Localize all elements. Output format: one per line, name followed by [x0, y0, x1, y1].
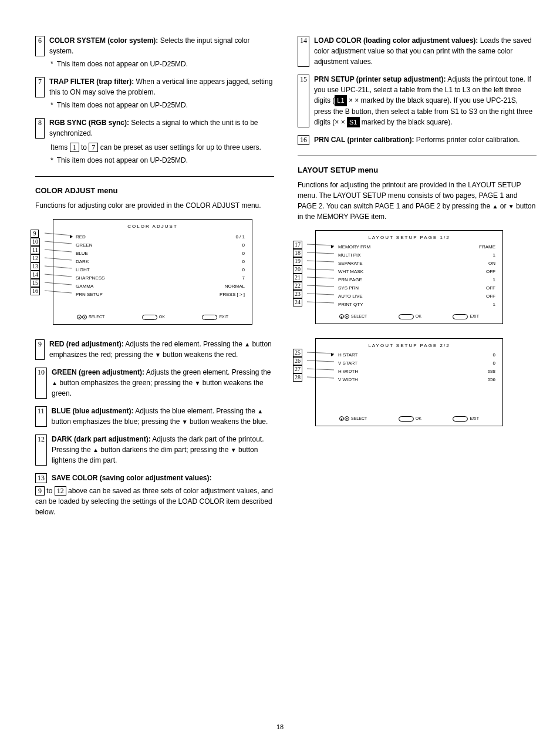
button-icon: [453, 416, 468, 422]
menu2-title: LAYOUT SETUP PAGE 1/2: [316, 234, 502, 241]
menu-cursor-icon: ▶: [331, 352, 334, 358]
menu1-callouts: 9 10 11 12 13 14 15 16: [31, 230, 40, 295]
numref-6: 6: [35, 36, 45, 56]
button-icon: [453, 314, 468, 319]
callout-16: 16: [31, 287, 40, 295]
callout-25: 25: [293, 349, 302, 357]
item-16-body: Performs printer color calibration.: [416, 136, 520, 144]
section-color-desc: Functions for adjusting color are provid…: [35, 200, 274, 211]
numref-11: 11: [35, 406, 47, 427]
selected-L1-icon: L1: [335, 95, 346, 106]
numref-14: 14: [298, 36, 309, 67]
menu3-callouts: 25 26 27 28: [293, 349, 302, 382]
numref-10: 10: [35, 368, 47, 399]
divider: [35, 176, 274, 177]
callout-28: 28: [293, 373, 302, 382]
numref-12: 12: [35, 434, 47, 466]
callout-17: 17: [293, 241, 302, 249]
updown-icon: ▲▼: [339, 314, 349, 319]
after-13-text: 9 to 12 above can be saved as three sets…: [35, 486, 274, 517]
numref-9: 9: [35, 339, 45, 360]
updown-icon: ▲▼: [339, 416, 349, 421]
item-14: 14 LOAD COLOR (loading color adjustment …: [298, 35, 537, 67]
item-11-title: BLUE (blue adjustment):: [52, 407, 134, 415]
button-icon: [399, 314, 414, 319]
menu1-title: COLOR ADJUST: [53, 223, 252, 230]
menu2-bottom: ▲▼SELECT OK EXIT: [339, 314, 479, 320]
callout-23: 23: [293, 290, 302, 298]
callout-24: 24: [293, 298, 302, 306]
section-color-title: COLOR ADJUST menu: [35, 185, 274, 197]
callout-14: 14: [31, 271, 40, 279]
divider: [298, 156, 537, 156]
callout-21: 21: [293, 274, 302, 282]
item-15-title: PRN SETUP (printer setup adjustment):: [314, 75, 446, 83]
B-button: B: [345, 107, 350, 116]
section-layout-title: LAYOUT SETUP menu: [298, 164, 537, 176]
numref-inline-12: 12: [55, 486, 66, 496]
down-triangle-icon: ▼: [194, 379, 200, 388]
note-asterisk-icon: *: [50, 100, 53, 110]
callout-12: 12: [31, 254, 40, 262]
item-13-title: SAVE COLOR (saving color adjustment valu…: [52, 474, 212, 482]
item-6-title: COLOR SYSTEM (color system):: [49, 36, 158, 45]
item-15: 15 PRN SETUP (printer setup adjustment):…: [298, 74, 537, 127]
item-7: 7 TRAP FILTER (trap filter): When a vert…: [35, 76, 274, 97]
item-7-note: * This item does not appear on UP-D25MD.: [50, 100, 274, 110]
button-icon: [399, 416, 414, 422]
menu-coloradjust-figure: 9 10 11 12 13 14 15 16: [53, 219, 274, 325]
item-8: 8 RGB SYNC (RGB sync): Selects a signal …: [35, 117, 274, 139]
menu1-box: COLOR ADJUST ▶ RED0 / 1 GREEN0 BLUE0 DAR…: [53, 219, 252, 325]
down-triangle-icon: ▼: [231, 446, 237, 454]
item-14-title: LOAD COLOR (loading color adjustment val…: [314, 36, 478, 45]
menu-layout-page1-figure: 17 18 19 20 21 22 23 24: [315, 230, 537, 324]
menu3-bottom: ▲▼SELECT OK EXIT: [339, 416, 479, 422]
numref-inline-9: 9: [35, 486, 45, 496]
item-9: 9 RED (red adjustment): Adjusts the red …: [35, 339, 274, 360]
item-9-title: RED (red adjustment):: [49, 340, 124, 348]
updown-icon: ▲▼: [77, 315, 87, 319]
menu-layout-page2-figure: 25 26 27 28 LAYOUT SETUP PAGE 2/2 ▶ H ST…: [315, 338, 537, 426]
down-triangle-icon: ▼: [508, 202, 514, 211]
item-12: 12 DARK (dark part adjustment): Adjusts …: [35, 434, 274, 466]
callout-9: 9: [31, 230, 39, 238]
item-12-title: DARK (dark part adjustment):: [52, 435, 151, 443]
item-10-title: GREEN (green adjustment):: [52, 368, 144, 376]
callout-26: 26: [293, 357, 302, 365]
down-triangle-icon: ▼: [182, 417, 188, 426]
up-triangle-icon: ▲: [93, 446, 99, 454]
up-triangle-icon: ▲: [244, 340, 250, 349]
up-triangle-icon: ▲: [257, 407, 263, 416]
right-column: 14 LOAD COLOR (loading color adjustment …: [298, 35, 537, 517]
callout-15: 15: [31, 279, 40, 287]
item-8-title: RGB SYNC (RGB sync):: [49, 119, 129, 127]
item-16: 16 PRN CAL (printer calibration): Perfor…: [298, 134, 537, 145]
item-11: 11 BLUE (blue adjustment): Adjusts the b…: [35, 406, 274, 427]
button-icon: [142, 315, 157, 320]
numref-16: 16: [298, 135, 309, 145]
callout-11: 11: [31, 246, 40, 254]
item-13: 13 SAVE COLOR (saving color adjustment v…: [35, 473, 274, 483]
item-16-title: PRN CAL (printer calibration):: [314, 136, 414, 144]
menu2-box: LAYOUT SETUP PAGE 1/2 ▶ MEMORY FRMFRAME …: [315, 230, 503, 324]
down-triangle-icon: ▼: [155, 351, 161, 359]
menu3-title: LAYOUT SETUP PAGE 2/2: [316, 342, 502, 349]
callout-10: 10: [31, 238, 40, 246]
item-10: 10 GREEN (green adjustment): Adjusts the…: [35, 367, 274, 399]
item-7-title: TRAP FILTER (trap filter):: [49, 78, 134, 86]
up-triangle-icon: ▲: [52, 379, 58, 388]
menu-cursor-icon: ▶: [331, 244, 334, 250]
menu3-box: LAYOUT SETUP PAGE 2/2 ▶ H START0 V START…: [315, 338, 503, 426]
selected-S1-icon: S1: [347, 117, 359, 128]
item-6: 6 COLOR SYSTEM (color system): Selects t…: [35, 35, 274, 56]
menu1-bottom: ▲▼SELECT OK EXIT: [77, 314, 228, 321]
menu-cursor-icon: ▶: [70, 234, 73, 240]
numref-7: 7: [35, 77, 45, 97]
after-8-note: * This item does not appear on UP-D25MD.: [50, 155, 274, 166]
button-icon: [202, 315, 217, 320]
callout-19: 19: [293, 257, 302, 265]
numref-inline-7: 7: [89, 143, 98, 152]
menu2-callouts: 17 18 19 20 21 22 23 24: [293, 241, 302, 306]
item-6-note: * This item does not appear on UP-D25MD.: [50, 59, 274, 69]
section-layout-desc: Functions for adjusting the printout are…: [298, 180, 537, 222]
